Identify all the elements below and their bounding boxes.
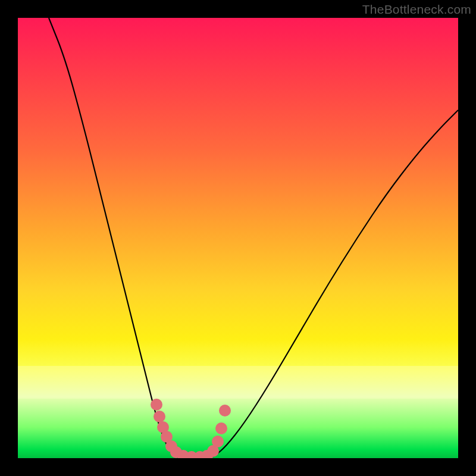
scatter-dot	[215, 422, 227, 434]
scatter-dot	[154, 411, 165, 422]
right-curve	[207, 110, 458, 458]
scatter-dot	[212, 436, 224, 447]
chart-frame	[18, 18, 458, 458]
bottom-dots	[151, 399, 231, 458]
scatter-dot	[151, 399, 162, 411]
left-curve	[49, 18, 194, 458]
scatter-dot	[219, 405, 231, 416]
watermark-text: TheBottleneck.com	[362, 2, 471, 17]
chart-svg	[18, 18, 458, 458]
chart-stage: TheBottleneck.com	[0, 0, 476, 476]
